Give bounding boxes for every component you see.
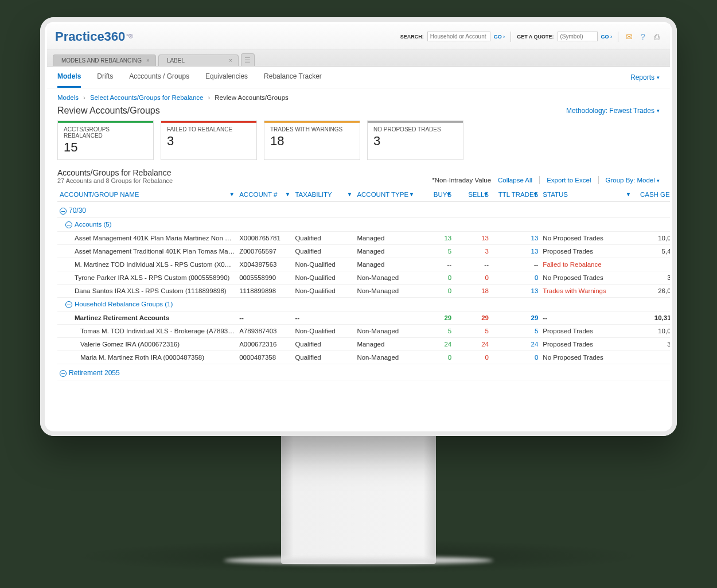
search-go-button[interactable]: GO ›: [494, 34, 505, 40]
topbar-right: SEARCH: GO › GET A QUOTE: GO › ✉ ? ⎙: [400, 32, 662, 42]
print-icon[interactable]: ⎙: [652, 32, 662, 42]
new-tab-button[interactable]: ☰: [241, 53, 255, 66]
collapse-all-link[interactable]: Collapse All: [498, 177, 532, 184]
card-label: ACCTS/GROUPS REBALANCED: [64, 126, 147, 139]
intraday-note: *Non-Intraday Value: [432, 177, 491, 184]
search-label: SEARCH:: [400, 34, 424, 40]
export-excel-link[interactable]: Export to Excel: [547, 177, 591, 184]
filter-icon[interactable]: ▼: [625, 191, 631, 197]
reports-link[interactable]: Reports ▾: [630, 73, 660, 81]
section-subtitle: 27 Accounts and 8 Groups for Rebalance: [57, 177, 173, 184]
table-row[interactable]: M. Martinez TOD Individual XLS - RPS Cus…: [57, 258, 670, 271]
filter-icon[interactable]: ▼: [408, 191, 414, 197]
breadcrumb-current: Review Accounts/Groups: [215, 94, 288, 101]
brand-logo: Practice360 °®: [55, 29, 133, 44]
column-header[interactable]: BUYS▼: [416, 188, 454, 202]
card-value: 15: [64, 140, 147, 155]
summary-card[interactable]: ACCTS/GROUPS REBALANCED15: [57, 120, 154, 160]
card-label: FAILED TO REBALANCE: [167, 126, 251, 133]
group-summary-row[interactable]: Martinez Retirement Accounts----292929--…: [57, 311, 670, 324]
app-tab-label: LABEL: [167, 57, 185, 64]
column-header[interactable]: TTL TRADES▼: [491, 188, 540, 202]
screen: Practice360 °® SEARCH: GO › GET A QUOTE:…: [47, 24, 670, 429]
page-title: Review Accounts/Groups: [57, 106, 160, 116]
app-tab[interactable]: MODELS AND REBALANCING×: [53, 54, 156, 66]
table-row[interactable]: Maria M. Martinez Roth IRA (0000487358)0…: [57, 351, 670, 364]
divider: [618, 32, 618, 42]
app-tab[interactable]: LABEL×: [158, 54, 239, 66]
column-header[interactable]: ACCOUNT TYPE▼: [354, 188, 416, 202]
model-group-row[interactable]: Retirement 2055: [57, 364, 670, 380]
filter-icon[interactable]: ▼: [285, 191, 290, 197]
rebalance-table: ACCOUNT/GROUP NAME▼ACCOUNT #▼TAXABILITY▼…: [57, 188, 670, 380]
column-header[interactable]: STATUS▼: [540, 188, 633, 202]
quote-input[interactable]: [558, 32, 598, 41]
monitor-stand-neck: [281, 435, 436, 564]
close-icon[interactable]: ×: [229, 57, 232, 64]
search-input[interactable]: [427, 32, 490, 41]
breadcrumb: Models › Select Accounts/Groups for Reba…: [47, 88, 670, 104]
table-row[interactable]: Tomas M. TOD Individual XLS - Brokerage …: [57, 324, 670, 337]
column-header[interactable]: CASH GEN▼: [633, 188, 670, 202]
quote-go-button[interactable]: GO ›: [601, 34, 613, 40]
subgroup-row[interactable]: Household Rebalance Groups (1): [57, 297, 670, 311]
nav-item[interactable]: Rebalance Tracker: [264, 67, 322, 88]
table-row[interactable]: Asset Management 401K Plan Maria Martine…: [57, 231, 670, 244]
column-label: ACCOUNT TYPE: [357, 191, 408, 198]
section-header-row: Accounts/Groups for Rebalance 27 Account…: [47, 166, 670, 185]
filter-icon[interactable]: ▼: [532, 191, 538, 197]
nav-item[interactable]: Models: [57, 67, 81, 88]
card-color-bar: [161, 121, 256, 123]
subgroup-row[interactable]: Accounts (5): [57, 218, 670, 232]
nav-item[interactable]: Acccounts / Groups: [129, 67, 189, 88]
column-header[interactable]: ACCOUNT #▼: [237, 188, 293, 202]
methodology-selector[interactable]: Methodology: Fewest Trades ▾: [566, 107, 660, 115]
collapse-icon[interactable]: [60, 370, 67, 377]
chat-icon[interactable]: ✉: [624, 32, 634, 42]
reports-label: Reports: [630, 73, 654, 81]
collapse-icon[interactable]: [65, 221, 72, 228]
breadcrumb-sep-icon: ›: [83, 94, 85, 101]
filter-icon[interactable]: ▼: [229, 191, 235, 197]
column-label: STATUS: [543, 191, 568, 198]
nav-item[interactable]: Drifts: [97, 67, 113, 88]
breadcrumb-sep-icon: ›: [208, 94, 210, 101]
breadcrumb-item[interactable]: Select Accounts/Groups for Rebalance: [90, 94, 204, 101]
column-header[interactable]: SELLS▼: [454, 188, 491, 202]
card-value: 3: [167, 134, 251, 149]
table-row[interactable]: Tyrone Parker IRA XLS - RPS Custom (0005…: [57, 271, 670, 284]
filter-icon[interactable]: ▼: [346, 191, 352, 197]
monitor-stand-base: [224, 556, 493, 564]
breadcrumb-item[interactable]: Models: [57, 94, 79, 101]
table-row[interactable]: Asset Management Traditional 401K Plan T…: [57, 244, 670, 258]
chevron-down-icon: ▾: [657, 108, 660, 114]
filter-icon[interactable]: ▼: [446, 191, 451, 197]
app-tab-label: MODELS AND REBALANCING: [61, 57, 142, 64]
nav-item[interactable]: Equivalencies: [205, 67, 248, 88]
card-color-bar: [264, 121, 360, 123]
table-row[interactable]: Dana Santos IRA XLS - RPS Custom (111889…: [57, 284, 670, 297]
card-color-bar: [368, 121, 463, 123]
divider: [598, 176, 599, 184]
column-label: CASH GEN: [640, 191, 670, 198]
model-group-row[interactable]: 70/30: [57, 202, 670, 218]
groupby-selector[interactable]: Group By: Model ▾: [606, 177, 660, 184]
filter-icon[interactable]: ▼: [669, 191, 670, 197]
collapse-icon[interactable]: [65, 301, 72, 308]
column-header[interactable]: ACCOUNT/GROUP NAME▼: [57, 188, 237, 202]
chevron-down-icon: ▾: [657, 178, 660, 184]
close-icon[interactable]: ×: [146, 57, 150, 64]
monitor-frame: Practice360 °® SEARCH: GO › GET A QUOTE:…: [40, 17, 677, 436]
table-row[interactable]: Valerie Gomez IRA (A000672316)A000672316…: [57, 337, 670, 351]
summary-card[interactable]: TRADES WITH WARNINGS18: [264, 120, 360, 160]
subnav: ModelsDriftsAcccounts / GroupsEquivalenc…: [47, 67, 670, 88]
help-icon[interactable]: ?: [638, 32, 648, 42]
card-label: NO PROPOSED TRADES: [373, 126, 457, 133]
filter-icon[interactable]: ▼: [483, 191, 489, 197]
page-header-row: Review Accounts/Groups Methodology: Fewe…: [47, 104, 670, 120]
collapse-icon[interactable]: [60, 208, 67, 215]
summary-card[interactable]: FAILED TO REBALANCE3: [161, 120, 257, 160]
divider: [539, 176, 540, 184]
column-header[interactable]: TAXABILITY▼: [293, 188, 354, 202]
summary-card[interactable]: NO PROPOSED TRADES3: [367, 120, 463, 160]
